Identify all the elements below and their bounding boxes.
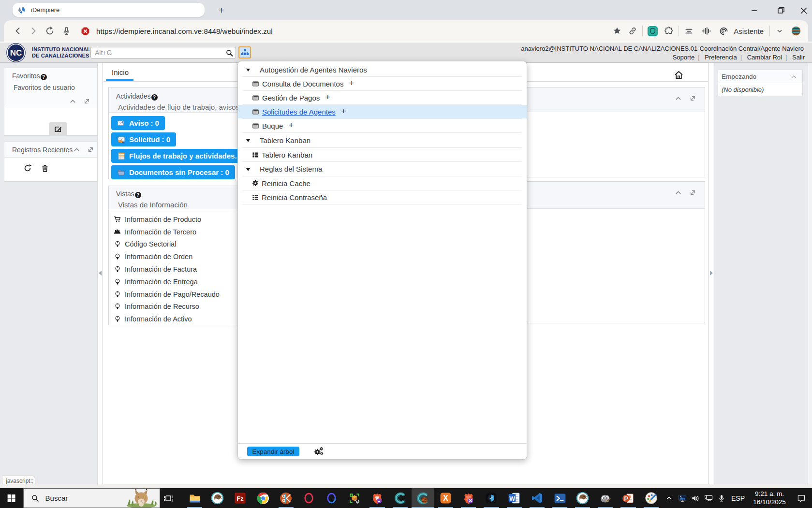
window-minimize-button[interactable] (746, 6, 763, 15)
reading-list-button[interactable] (681, 24, 696, 38)
expand-icon[interactable] (83, 97, 91, 105)
home-icon[interactable] (674, 70, 684, 80)
adblock-extension-button[interactable] (645, 24, 660, 38)
taskbar-app-kdenlive[interactable] (275, 488, 297, 508)
taskbar-app-gimp[interactable] (594, 488, 617, 508)
refresh-icon[interactable] (23, 163, 32, 173)
site-security-badge[interactable] (78, 24, 92, 38)
taskbar-app-teal-browser[interactable] (389, 488, 412, 508)
new-record-plus[interactable]: + (341, 106, 346, 116)
menu-item-solicitudes-agentes[interactable]: Solicitudes de Agentes + (238, 105, 527, 118)
logout-link[interactable]: Salir (792, 54, 805, 61)
trash-icon[interactable] (40, 163, 50, 173)
menu-item-consulta-documentos[interactable]: Consulta de Documentos + (238, 77, 527, 90)
collapse-right-arrow[interactable] (710, 271, 713, 276)
voice-search-button[interactable] (59, 24, 74, 38)
taskbar-app-filezilla[interactable] (229, 488, 251, 508)
new-record-plus[interactable]: + (288, 120, 294, 131)
triangle-down-icon[interactable] (246, 139, 250, 142)
window-close-button[interactable] (796, 6, 812, 15)
taskbar-app-dbeaver-2[interactable] (571, 488, 594, 508)
start-button[interactable] (0, 488, 23, 508)
taskbar-app-brave-x[interactable] (457, 488, 480, 508)
taskbar-search-box[interactable]: Buscar (23, 488, 161, 508)
expand-icon[interactable] (689, 94, 697, 102)
action-center-button[interactable] (791, 493, 812, 503)
menu-item-label[interactable]: Consulta de Documentos (262, 80, 343, 88)
menu-item-gestion-pagos[interactable]: Gestión de Pagos + (238, 91, 527, 104)
menu-item-tablero-kanban[interactable]: Tablero Kanban (238, 148, 527, 161)
taskbar-app-powershell[interactable] (548, 488, 571, 508)
right-splitter[interactable] (708, 63, 713, 484)
reload-button[interactable] (43, 24, 57, 38)
new-record-plus[interactable]: + (325, 92, 330, 102)
taskbar-app-vscode[interactable] (526, 488, 548, 508)
collapse-icon[interactable] (73, 145, 81, 154)
assistant-label[interactable]: Asistente (734, 27, 764, 35)
taskbar-app-file-explorer[interactable] (183, 488, 206, 508)
menu-group-label[interactable]: Tablero Kanban (260, 136, 310, 145)
taskbar-app-xampp[interactable] (434, 488, 457, 508)
left-splitter[interactable] (98, 63, 103, 484)
expand-icon[interactable] (87, 145, 95, 154)
taskbar-app-teal-browser-active[interactable] (412, 488, 434, 508)
language-indicator[interactable]: ESP (728, 494, 748, 502)
menu-item-label[interactable]: Reinicia Cache (262, 179, 310, 188)
browser-tab[interactable]: iDempiere (13, 3, 205, 17)
profile-avatar[interactable] (789, 24, 803, 38)
gears-icon[interactable] (313, 446, 325, 457)
copy-link-button[interactable] (625, 24, 640, 38)
voice-wave-button[interactable] (699, 24, 713, 38)
taskbar-app-word[interactable] (503, 488, 526, 508)
request-button[interactable]: Solicitud : 0 (111, 132, 176, 146)
taskbar-app-chrome[interactable] (251, 488, 274, 508)
menu-item-label[interactable]: Solicitudes de Agentes (262, 108, 336, 116)
menu-tree-button[interactable] (238, 46, 251, 58)
global-search-input[interactable]: Alt+G (90, 47, 224, 58)
expand-tree-button[interactable]: Expandir árbol (247, 447, 299, 456)
new-tab-button[interactable]: + (216, 5, 227, 16)
triangle-down-icon[interactable] (246, 69, 250, 72)
menu-item-reinicia-contrasena[interactable]: Reinicia Contraseña (238, 190, 527, 204)
menu-item-label[interactable]: Buque (262, 122, 283, 130)
menu-item-label[interactable]: Tablero Kanban (262, 151, 312, 159)
back-button[interactable] (11, 24, 25, 38)
collapse-left-arrow[interactable] (99, 271, 102, 276)
notice-button[interactable]: Aviso : 0 (111, 116, 165, 130)
collapse-icon[interactable] (674, 189, 682, 197)
taskbar-app-brave[interactable] (366, 488, 388, 508)
taskbar-app-opera[interactable] (320, 488, 343, 508)
favorites-subtitle[interactable]: Favoritos de usuario (14, 84, 97, 91)
forward-button[interactable] (26, 24, 41, 38)
collapse-icon[interactable] (790, 73, 797, 80)
change-role-link[interactable]: Cambiar Rol (747, 54, 782, 61)
tray-volume[interactable] (689, 493, 702, 503)
help-icon[interactable]: ? (135, 192, 141, 198)
taskbar-app-opera-gx[interactable] (297, 488, 320, 508)
taskbar-clock[interactable]: 9:21 a. m. 16/10/2025 (748, 490, 791, 506)
scrollbar-gutter[interactable] (808, 63, 812, 484)
unprocessed-documents-button[interactable]: Documentos sin Procesar : 0 (111, 165, 235, 179)
collapse-icon[interactable] (674, 94, 682, 102)
menu-item-buque[interactable]: Buque + (238, 119, 527, 132)
tray-hardware-monitor[interactable] (676, 493, 689, 503)
taskbar-app-krita[interactable] (640, 488, 663, 508)
taskbar-app-powerpoint[interactable] (617, 488, 639, 508)
taskbar-app-dbeaver[interactable] (206, 488, 229, 508)
tray-show-hidden-button[interactable] (663, 494, 676, 502)
collapse-icon[interactable] (69, 97, 77, 105)
window-restore-button[interactable] (773, 6, 789, 15)
assistant-button[interactable] (716, 24, 731, 38)
menu-group-label[interactable]: Autogestión de Agentes Navieros (260, 66, 367, 74)
tab-inicio[interactable]: Inicio (112, 68, 129, 76)
bookmark-button[interactable] (610, 24, 624, 38)
tray-microphone[interactable] (715, 494, 728, 503)
taskbar-app-security-shield[interactable] (480, 488, 502, 508)
expand-icon[interactable] (689, 189, 697, 197)
help-icon[interactable]: ? (41, 74, 47, 80)
toolbar-overflow-button[interactable] (772, 24, 787, 38)
menu-group-reglas-sistema[interactable]: Reglas del Sistema (238, 162, 527, 176)
search-highlight-caracal-image[interactable] (123, 488, 160, 508)
preference-link[interactable]: Preferencia (705, 54, 737, 61)
help-icon[interactable]: ? (151, 94, 158, 101)
